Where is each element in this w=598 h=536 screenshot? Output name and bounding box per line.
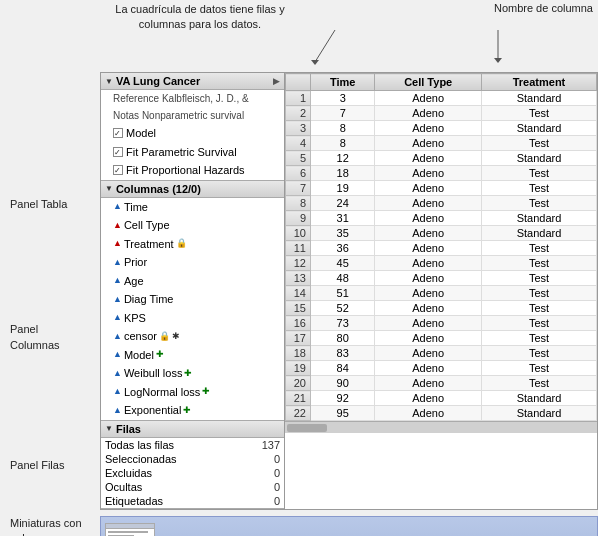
lock-icon-2: 🔒 <box>159 330 170 344</box>
table-item-fit-parametric[interactable]: Fit Parametric Survival <box>101 143 284 162</box>
rows-excluded-value: 0 <box>238 466 284 480</box>
tri-blue-icon: ▲ <box>113 200 122 214</box>
cell-cell-type: Adeno <box>375 211 482 226</box>
table-row: 13AdenoStandard <box>286 91 597 106</box>
col-header-cell-type[interactable]: Cell Type <box>375 74 482 91</box>
col-header-time[interactable]: Time <box>311 74 375 91</box>
table-row: 1673AdenoTest <box>286 316 597 331</box>
plus-icon: ✚ <box>156 348 164 362</box>
table-row: 2090AdenoTest <box>286 376 597 391</box>
col-prior[interactable]: ▲ Prior <box>101 253 284 272</box>
col-kps[interactable]: ▲ KPS <box>101 309 284 328</box>
columns-panel-header[interactable]: ▼ Columnas (12/0) <box>101 181 284 198</box>
col-model[interactable]: ▲ Model ✚ <box>101 346 284 365</box>
cell-treatment: Test <box>482 361 597 376</box>
horizontal-scrollbar[interactable] <box>285 421 597 433</box>
table-row: 1883AdenoTest <box>286 346 597 361</box>
cell-time: 7 <box>311 106 375 121</box>
cell-time: 35 <box>311 226 375 241</box>
row-number: 3 <box>286 121 311 136</box>
table-item-model[interactable]: Model <box>101 124 284 143</box>
cell-treatment: Standard <box>482 391 597 406</box>
row-number: 5 <box>286 151 311 166</box>
row-number: 16 <box>286 316 311 331</box>
rows-selected-label: Seleccionadas <box>101 452 238 466</box>
tri-red-icon-2: ▲ <box>113 237 122 251</box>
col-exponential[interactable]: ▲ Exponential ✚ <box>101 401 284 420</box>
cell-cell-type: Adeno <box>375 196 482 211</box>
tri-blue-icon-6: ▲ <box>113 330 122 344</box>
cell-cell-type: Adeno <box>375 121 482 136</box>
rows-panel-header[interactable]: ▼ Filas <box>101 421 284 438</box>
row-number: 10 <box>286 226 311 241</box>
rows-panel-title: Filas <box>116 423 280 435</box>
cell-cell-type: Adeno <box>375 271 482 286</box>
table-row: 2295AdenoStandard <box>286 406 597 421</box>
cell-time: 18 <box>311 166 375 181</box>
rows-selected: Seleccionadas 0 <box>101 452 284 466</box>
col-time[interactable]: ▲ Time <box>101 198 284 217</box>
thumbnail-label: Miniaturas con enlaces a ventanas de res… <box>10 516 100 537</box>
col-header-rownum <box>286 74 311 91</box>
table-row: 1780AdenoTest <box>286 331 597 346</box>
cell-time: 31 <box>311 211 375 226</box>
cell-treatment: Standard <box>482 121 597 136</box>
cell-treatment: Standard <box>482 226 597 241</box>
cell-time: 84 <box>311 361 375 376</box>
col-cell-type[interactable]: ▲ Cell Type <box>101 216 284 235</box>
tri-blue-icon-8: ▲ <box>113 367 122 381</box>
tri-blue-icon-10: ▲ <box>113 404 122 418</box>
cell-cell-type: Adeno <box>375 106 482 121</box>
col-treatment[interactable]: ▲ Treatment 🔒 <box>101 235 284 254</box>
left-panel: ▼ VA Lung Cancer ▶ Reference Kalbfleisch… <box>100 72 285 510</box>
cell-time: 83 <box>311 346 375 361</box>
cell-time: 95 <box>311 406 375 421</box>
row-number: 19 <box>286 361 311 376</box>
table-row: 618AdenoTest <box>286 166 597 181</box>
cell-treatment: Test <box>482 376 597 391</box>
col-header-treatment[interactable]: Treatment <box>482 74 597 91</box>
cell-time: 12 <box>311 151 375 166</box>
cell-treatment: Test <box>482 331 597 346</box>
cell-cell-type: Adeno <box>375 376 482 391</box>
row-number: 12 <box>286 256 311 271</box>
rows-selected-value: 0 <box>238 452 284 466</box>
table-panel-header[interactable]: ▼ VA Lung Cancer ▶ <box>101 73 284 90</box>
cell-time: 45 <box>311 256 375 271</box>
rows-hidden: Ocultas 0 <box>101 480 284 494</box>
fit-parametric-checkbox[interactable] <box>113 147 123 157</box>
tri-blue-icon-9: ▲ <box>113 385 122 399</box>
row-number: 13 <box>286 271 311 286</box>
cell-treatment: Standard <box>482 406 597 421</box>
arrow-grid <box>235 0 435 65</box>
cell-treatment: Test <box>482 136 597 151</box>
col-age[interactable]: ▲ Age <box>101 272 284 291</box>
row-number: 7 <box>286 181 311 196</box>
table-item-fit-proportional[interactable]: Fit Proportional Hazards <box>101 161 284 180</box>
plus-icon-4: ✚ <box>183 404 191 418</box>
table-row: 1552AdenoTest <box>286 301 597 316</box>
table-row: 719AdenoTest <box>286 181 597 196</box>
model-checkbox[interactable] <box>113 128 123 138</box>
thumbnail-panel[interactable] <box>100 516 598 537</box>
cell-cell-type: Adeno <box>375 391 482 406</box>
tri-red-icon: ▲ <box>113 219 122 233</box>
row-number: 17 <box>286 331 311 346</box>
annotation-column-name: Nombre de columna <box>494 2 593 14</box>
row-number: 15 <box>286 301 311 316</box>
col-weibull[interactable]: ▲ Weibull loss ✚ <box>101 364 284 383</box>
cell-treatment: Test <box>482 241 597 256</box>
col-lognormal[interactable]: ▲ LogNormal loss ✚ <box>101 383 284 402</box>
table-row: 824AdenoTest <box>286 196 597 211</box>
col-censor[interactable]: ▲ censor 🔒 ✱ <box>101 327 284 346</box>
cell-cell-type: Adeno <box>375 166 482 181</box>
thumbnail-item[interactable] <box>105 523 155 536</box>
rows-all-value: 137 <box>238 438 284 452</box>
panel-rows-label: Panel Filas <box>10 459 64 471</box>
cell-cell-type: Adeno <box>375 226 482 241</box>
fit-proportional-checkbox[interactable] <box>113 165 123 175</box>
cell-treatment: Test <box>482 166 597 181</box>
col-diag-time[interactable]: ▲ Diag Time <box>101 290 284 309</box>
tri-blue-icon-5: ▲ <box>113 311 122 325</box>
svg-line-0 <box>315 30 335 62</box>
